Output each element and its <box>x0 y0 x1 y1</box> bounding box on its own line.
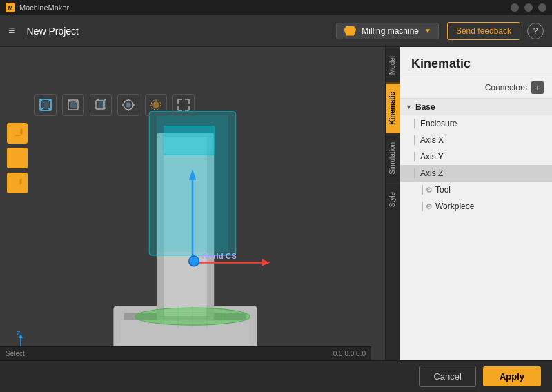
front-view-button[interactable] <box>62 94 84 116</box>
tree-item-axis-z[interactable]: Axis Z <box>400 165 552 182</box>
tree-item-axis-y[interactable]: Axis Y <box>400 148 552 165</box>
toolbar: ≡ New Project Milling machine ▼ Send fee… <box>0 15 552 47</box>
shaded-cube-button[interactable] <box>7 173 28 193</box>
expand-view-button[interactable] <box>172 94 195 116</box>
wire-cube-button[interactable] <box>7 148 28 168</box>
vertical-line-icon <box>414 119 415 128</box>
connectors-bar: Connectors + <box>400 77 552 99</box>
machine-icon <box>344 26 356 36</box>
base-label: Base <box>415 102 435 112</box>
action-bar: Cancel Apply <box>0 360 552 392</box>
svg-text:Z: Z <box>17 330 21 337</box>
svg-rect-9 <box>70 102 76 108</box>
vertical-line-icon <box>422 202 423 211</box>
svg-text:World CS: World CS <box>201 252 237 260</box>
connector-icon: ⚙ <box>426 186 433 195</box>
vertical-line-icon <box>414 168 415 178</box>
tab-kinematic[interactable]: Kinematic <box>386 83 400 133</box>
main-area: World CS Z X Left Front <box>0 47 552 392</box>
help-button[interactable]: ? <box>527 23 544 39</box>
connector-icon: ⚙ <box>426 202 433 211</box>
tree-item-workpiece[interactable]: ⚙ Workpiece <box>400 198 552 215</box>
tree-item-enclosure[interactable]: Enclosure <box>400 115 552 132</box>
vertical-line-icon <box>414 152 415 161</box>
window-controls <box>511 3 546 12</box>
tree-item-axis-x[interactable]: Axis X <box>400 132 552 148</box>
rotate-view-button[interactable] <box>117 94 139 116</box>
svg-point-74 <box>189 256 199 266</box>
perspective-view-button[interactable] <box>34 94 57 116</box>
app-icon: M <box>6 3 15 12</box>
light-button[interactable] <box>145 94 167 116</box>
close-button[interactable] <box>538 3 546 12</box>
tree-item-tool[interactable]: ⚙ Tool <box>400 182 552 198</box>
connectors-label: Connectors <box>485 83 527 92</box>
view-toolbar <box>34 94 195 116</box>
project-title: New Project <box>27 26 79 37</box>
machine-name: Milling machine <box>362 26 419 36</box>
svg-rect-5 <box>43 101 48 108</box>
app-title: MachineMaker <box>19 3 69 12</box>
tree-item-base[interactable]: ▼ Base <box>400 99 552 115</box>
statusbar: Select 0.0 0.0 0.0 <box>0 346 371 360</box>
tab-model[interactable]: Model <box>386 47 400 83</box>
vertical-line-icon <box>422 185 423 195</box>
panel-title: Kinematic <box>400 47 552 77</box>
right-tabs: Model Kinematic Simulation Style <box>385 47 400 392</box>
expand-arrow-icon: ▼ <box>406 104 413 110</box>
vertical-line-icon <box>414 135 415 145</box>
svg-point-16 <box>126 103 130 107</box>
titlebar: M MachineMaker <box>0 0 552 15</box>
add-connector-button[interactable]: + <box>531 81 544 94</box>
apply-button[interactable]: Apply <box>483 366 541 386</box>
left-tool-panel <box>7 123 28 193</box>
side-view-button[interactable] <box>90 94 112 116</box>
right-panel: Kinematic Connectors + ▼ Base Enclosure … <box>400 47 552 392</box>
maximize-button[interactable] <box>524 3 533 12</box>
solid-cube-button[interactable] <box>7 123 28 144</box>
menu-icon[interactable]: ≡ <box>8 23 16 38</box>
3d-viewport[interactable]: World CS Z X Left Front <box>0 47 385 392</box>
svg-point-21 <box>153 102 159 108</box>
minimize-button[interactable] <box>511 3 519 12</box>
status-mode: Select <box>6 350 25 357</box>
tab-style[interactable]: Style <box>386 183 400 215</box>
tab-simulation[interactable]: Simulation <box>386 133 400 183</box>
svg-marker-64 <box>262 259 270 266</box>
machine-selector[interactable]: Milling machine ▼ <box>336 23 439 39</box>
cancel-button[interactable]: Cancel <box>419 366 475 387</box>
svg-rect-60 <box>164 126 214 155</box>
send-feedback-button[interactable]: Send feedback <box>447 22 520 40</box>
chevron-down-icon: ▼ <box>424 27 431 35</box>
svg-marker-33 <box>13 135 23 136</box>
status-coords: 0.0 0.0 0.0 <box>333 350 366 357</box>
kinematic-tree: ▼ Base Enclosure Axis X Axis Y <box>400 99 552 392</box>
